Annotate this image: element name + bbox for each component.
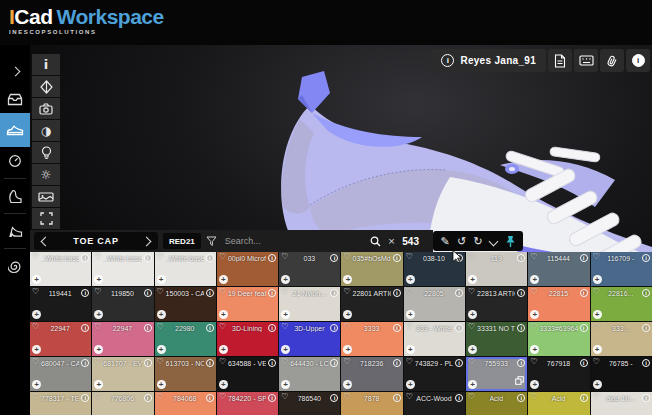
material-info-icon[interactable]: i [580, 324, 588, 332]
favorite-heart-icon[interactable]: ♡ [468, 358, 475, 366]
apply-material-button[interactable]: + [406, 345, 415, 354]
prev-part-chevron-icon[interactable] [41, 236, 51, 246]
material-info-icon[interactable]: i [330, 359, 338, 367]
material-tile[interactable]: ♡3D-Liningi+ [217, 322, 278, 356]
apply-material-button[interactable]: + [468, 380, 477, 389]
apply-material-button[interactable]: + [157, 275, 166, 284]
material-info-icon[interactable]: i [393, 254, 401, 262]
sidebar-item-sole[interactable] [0, 252, 30, 280]
material-info-icon[interactable]: i [455, 324, 463, 332]
apply-material-button[interactable]: + [530, 275, 539, 284]
undo-icon[interactable]: ↺ [457, 236, 466, 247]
apply-material-button[interactable]: + [157, 380, 166, 389]
material-info-icon[interactable]: i [642, 324, 650, 332]
favorite-heart-icon[interactable]: ♡ [281, 393, 288, 401]
material-tile[interactable]: ♡755933i+ [466, 357, 527, 391]
material-tile[interactable]: ♡035#bOsMdi+ [341, 252, 402, 286]
favorite-heart-icon[interactable]: ♡ [94, 288, 101, 296]
sidebar-item-shoe-last[interactable] [0, 182, 30, 210]
material-tile[interactable]: ♡333...i+ [591, 322, 652, 356]
material-tile[interactable]: ♡115444i+ [528, 252, 589, 286]
material-tile[interactable]: ♡Acidi+ [466, 392, 527, 415]
user-info-button[interactable]: i Reyes Jana_91 [431, 49, 546, 72]
material-tile[interactable]: ♡Acidi+ [528, 392, 589, 415]
material-tile[interactable]: ♡784068i+ [155, 392, 216, 415]
favorite-heart-icon[interactable]: ♡ [157, 393, 164, 401]
apply-material-button[interactable]: + [32, 275, 41, 284]
material-tile[interactable]: ♡150003 - CAM ...i+ [155, 287, 216, 321]
material-tile[interactable]: ♡786540i+ [279, 392, 340, 415]
material-info-icon[interactable]: i [206, 289, 214, 297]
material-tile[interactable]: ♡3333#639643i+ [528, 322, 589, 356]
apply-material-button[interactable]: + [343, 380, 352, 389]
filter-funnel-icon[interactable] [206, 236, 217, 247]
material-info-icon[interactable]: i [81, 324, 89, 332]
rotate-gizmo-button[interactable] [32, 76, 60, 97]
material-tile[interactable]: ♡22816...i+ [591, 287, 652, 321]
favorite-heart-icon[interactable]: ♡ [32, 253, 39, 261]
material-tile[interactable]: ♡634588 - VENE...i+ [217, 357, 278, 391]
material-info-icon[interactable]: i [206, 394, 214, 402]
apply-material-button[interactable]: + [94, 275, 103, 284]
redo-icon[interactable]: ↻ [474, 236, 483, 247]
material-info-icon[interactable]: i [330, 394, 338, 402]
apply-material-button[interactable]: + [281, 380, 290, 389]
apply-material-button[interactable]: + [343, 275, 352, 284]
material-tile[interactable]: ♡3D-Upperi+ [279, 322, 340, 356]
favorite-heart-icon[interactable]: ♡ [530, 393, 537, 401]
material-info-icon[interactable]: i [81, 254, 89, 262]
material-tile[interactable]: ♡784220 - SPAR...i+ [217, 392, 278, 415]
clear-search-icon[interactable]: × [388, 237, 396, 246]
material-tile[interactable]: ♡00pl0 Microfi...i+ [217, 252, 278, 286]
material-info-icon[interactable]: i [268, 324, 276, 332]
apply-material-button[interactable]: + [281, 310, 290, 319]
favorite-heart-icon[interactable]: ♡ [343, 393, 350, 401]
apply-material-button[interactable]: + [593, 380, 602, 389]
material-info-icon[interactable]: i [517, 324, 525, 332]
material-info-icon[interactable]: i [206, 359, 214, 367]
copy-material-icon[interactable] [515, 371, 524, 389]
favorite-heart-icon[interactable]: ♡ [281, 253, 288, 261]
info-tool-button[interactable]: i [32, 54, 60, 75]
apply-material-button[interactable]: + [468, 345, 477, 354]
favorite-heart-icon[interactable]: ♡ [94, 358, 101, 366]
sidebar-item-sneaker-design[interactable] [0, 113, 30, 147]
material-tile[interactable]: ♡033i+ [279, 252, 340, 286]
favorite-heart-icon[interactable]: ♡ [468, 253, 475, 261]
attachment-button[interactable] [600, 49, 624, 72]
material-tile[interactable]: ♡22815i+ [528, 287, 589, 321]
camera-button[interactable] [32, 98, 60, 119]
material-info-icon[interactable]: i [642, 359, 650, 367]
material-info-icon[interactable]: i [580, 254, 588, 262]
material-info-icon[interactable]: i [393, 394, 401, 402]
material-info-icon[interactable]: i [455, 394, 463, 402]
material-info-icon[interactable]: i [393, 324, 401, 332]
brightness-button[interactable]: ☼ [32, 164, 60, 185]
apply-material-button[interactable]: + [530, 380, 539, 389]
apply-material-button[interactable]: + [219, 310, 228, 319]
material-info-icon[interactable]: i [81, 289, 89, 297]
material-tile[interactable]: ♡22947i+ [92, 322, 153, 356]
material-tile[interactable]: ♡22801 ARTICO ...i+ [341, 287, 402, 321]
apply-material-button[interactable]: + [468, 310, 477, 319]
help-info-button[interactable]: i [626, 49, 650, 72]
favorite-heart-icon[interactable]: ♡ [281, 323, 288, 331]
apply-material-button[interactable]: + [406, 310, 415, 319]
edit-pencil-icon[interactable]: ✎ [440, 236, 449, 247]
material-info-icon[interactable]: i [642, 289, 650, 297]
favorite-heart-icon[interactable]: ♡ [219, 288, 226, 296]
material-info-icon[interactable]: i [517, 359, 525, 367]
apply-material-button[interactable]: + [32, 345, 41, 354]
sidebar-item-shoebox[interactable] [0, 85, 30, 113]
favorite-heart-icon[interactable]: ♡ [219, 323, 226, 331]
favorite-heart-icon[interactable]: ♡ [468, 288, 475, 296]
material-tile[interactable]: ♡743829 - PLAN...i+ [404, 357, 465, 391]
panorama-button[interactable] [32, 186, 60, 207]
material-info-icon[interactable]: i [642, 394, 650, 402]
favorite-heart-icon[interactable]: ♡ [281, 358, 288, 366]
material-info-icon[interactable]: i [642, 254, 650, 262]
favorite-heart-icon[interactable]: ♡ [157, 323, 164, 331]
favorite-heart-icon[interactable]: ♡ [32, 393, 39, 401]
favorite-heart-icon[interactable]: ♡ [468, 323, 475, 331]
search-input[interactable] [223, 235, 370, 247]
